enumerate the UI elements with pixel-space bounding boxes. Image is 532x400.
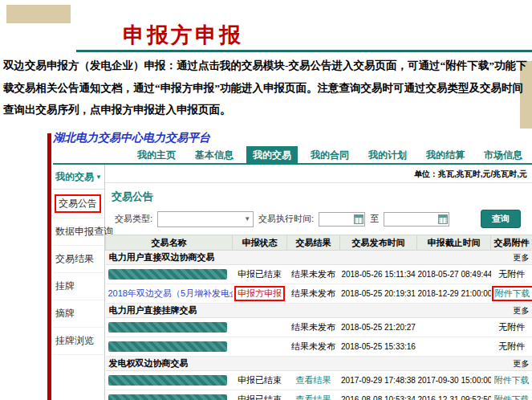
- table-row: 结果未发布 2018-05-25 15:33:16 无附件: [106, 337, 532, 357]
- training-slide: 申报方申报 双边交易申报方（发电企业）申报：通过点击我的交易模块-交易公告进入交…: [0, 0, 532, 400]
- more-link[interactable]: 更多: [491, 357, 532, 371]
- redacted-trade-name: [108, 269, 227, 280]
- declare-link-annotated[interactable]: 申报方申报: [234, 286, 285, 301]
- redacted-trade-name: [108, 341, 227, 352]
- table-row-highlighted: 2018年双边交易（5月增补发电企业） 申报方申报 结果未发布 2018-05-…: [106, 284, 532, 304]
- attachment-cell: 附件下载: [491, 390, 532, 400]
- nav-item-settlement[interactable]: 我的结算: [420, 146, 471, 163]
- group-title: 电力用户直接双边协商交易: [106, 251, 491, 265]
- sidebar-header-my-trades[interactable]: 我的交易 ▼: [53, 165, 104, 190]
- sidebar-item-listing[interactable]: 挂牌: [53, 273, 104, 300]
- red-left-bar: [47, 133, 51, 400]
- more-link[interactable]: 更多: [491, 304, 532, 318]
- trade-type-select[interactable]: ▼: [157, 211, 254, 227]
- platform-screenshot: 湖北电力交易中心电力交易平台 我的主页 基本信息 我的交易 我的合同 我的计划 …: [53, 129, 532, 400]
- publish-time-cell: 2018-05-25 21:20:27: [340, 318, 417, 337]
- publish-time-cell: 2017-09-29 17:48:38: [340, 371, 417, 390]
- result-cell: 查看结果: [287, 390, 340, 400]
- deadline-cell: 2017-09-30 15:00:00: [417, 371, 491, 390]
- unit-label: 单位：兆瓦,兆瓦时,元/兆瓦时,元: [105, 165, 532, 183]
- page-title: 申报方申报: [123, 21, 243, 50]
- result-cell: 查看结果: [287, 371, 340, 390]
- result-cell: 结果未发布: [287, 337, 340, 357]
- result-cell: 结果未发布: [287, 284, 340, 304]
- nav-item-plans[interactable]: 我的计划: [362, 146, 413, 163]
- chevron-down-icon: ▼: [244, 215, 250, 222]
- status-cell: 申报已结束: [233, 265, 287, 284]
- publish-time-cell: 2018-05-25 20:19:31: [340, 284, 417, 304]
- sidebar: 我的交易 ▼ 交易公告 数据申报查询 交易结果 挂牌 摘牌 挂牌浏览: [53, 165, 105, 400]
- col-header-trade-name: 交易名称: [106, 235, 233, 251]
- decorative-block-top-left: [6, 5, 71, 23]
- deadline-cell: [417, 337, 491, 357]
- platform-brand: 湖北电力交易中心电力交易平台: [53, 129, 532, 146]
- exec-time-label: 交易执行时间:: [258, 213, 314, 225]
- trade-name-link[interactable]: 2018年双边交易（5月增补发电企业）: [108, 288, 233, 298]
- filter-bar: 交易类型: ▼ 交易执行时间: 至 查询: [105, 210, 532, 235]
- sidebar-item-data-report-query[interactable]: 数据申报查询: [53, 218, 104, 246]
- calendar-icon[interactable]: [438, 214, 448, 224]
- nav-item-market-info[interactable]: 市场信息: [477, 146, 529, 163]
- group-row-listing: 电力用户直接挂牌交易 更多: [106, 304, 532, 318]
- group-title: 发电权双边协商交易: [106, 357, 491, 371]
- sidebar-item-trade-results[interactable]: 交易结果: [53, 246, 104, 273]
- main-panel: 单位：兆瓦,兆瓦时,元/兆瓦时,元 交易公告 交易类型: ▼ 交易执行时间: 至: [105, 165, 532, 400]
- attachment-download-link[interactable]: 附件下载: [494, 375, 530, 385]
- more-link[interactable]: 更多: [491, 251, 532, 265]
- exec-time-start-input[interactable]: [319, 212, 365, 227]
- attachment-download-link-annotated[interactable]: 附件下载: [492, 286, 532, 301]
- deadline-cell: 2018-12-29 21:00:00: [417, 284, 491, 304]
- annotation-box-announcements: 交易公告: [55, 194, 101, 213]
- to-label: 至: [370, 213, 379, 225]
- attachment-cell: 附件下载: [491, 371, 532, 390]
- section-title: 交易公告: [105, 183, 532, 210]
- search-button[interactable]: 查询: [481, 210, 521, 228]
- sidebar-item-delisting[interactable]: 摘牌: [53, 300, 104, 328]
- deadline-cell: 2018-05-27 08:49:44: [417, 265, 491, 284]
- nav-item-my-trades[interactable]: 我的交易: [246, 146, 298, 163]
- view-result-link[interactable]: 查看结果: [296, 394, 331, 400]
- chevron-down-icon: ▼: [95, 173, 102, 181]
- nav-item-basic-info[interactable]: 基本信息: [189, 146, 240, 163]
- group-row-generation-rights: 发电权双边协商交易 更多: [106, 357, 532, 371]
- nav-item-contracts[interactable]: 我的合同: [304, 146, 355, 163]
- status-cell: 申报已结束: [233, 390, 287, 400]
- publish-time-cell: 2018-05-25 15:33:16: [340, 337, 417, 357]
- group-row-bilateral: 电力用户直接双边协商交易 更多: [106, 251, 532, 265]
- result-cell: 结果未发布: [287, 265, 340, 284]
- status-cell: [233, 337, 287, 357]
- table-row: 申报已结束 结果未发布 2018-05-26 15:11:34 2018-05-…: [106, 265, 532, 284]
- top-nav: 我的主页 基本信息 我的交易 我的合同 我的计划 我的结算 市场信息: [53, 146, 532, 165]
- nav-item-home[interactable]: 我的主页: [131, 146, 182, 163]
- status-cell: 申报方申报: [233, 284, 287, 304]
- col-header-attachment: 交易附件: [491, 235, 532, 251]
- deadline-cell: [417, 318, 491, 337]
- view-result-link[interactable]: 查看结果: [296, 375, 331, 385]
- publish-time-cell: 2018-05-26 15:11:34: [340, 265, 417, 284]
- deadline-cell: 2016-12-31 09:52:50: [417, 390, 491, 400]
- sidebar-item-trade-announcements[interactable]: 交易公告: [53, 190, 104, 218]
- col-header-trade-result: 交易结果: [287, 235, 340, 251]
- table-header-row: 交易名称 申报状态 交易结果 交易发布时间 申报截止时间 交易附件: [106, 235, 532, 251]
- redacted-trade-name: [108, 322, 227, 333]
- attachment-cell: 无附件: [491, 265, 532, 284]
- redacted-trade-name: [108, 375, 227, 386]
- sidebar-header-label: 我的交易: [55, 170, 94, 184]
- col-header-publish-time: 交易发布时间: [340, 235, 417, 251]
- table-row: 申报已结束 查看结果 2017-09-29 17:48:38 2017-09-3…: [106, 371, 532, 390]
- col-header-deadline: 申报截止时间: [417, 235, 491, 251]
- result-cell: 结果未发布: [287, 318, 340, 337]
- sidebar-item-listing-browse[interactable]: 挂牌浏览: [53, 328, 104, 355]
- announcement-table: 交易名称 申报状态 交易结果 交易发布时间 申报截止时间 交易附件 电力用户直接…: [105, 235, 532, 400]
- attachment-cell: 附件下载: [491, 284, 532, 304]
- group-title: 电力用户直接挂牌交易: [106, 304, 491, 318]
- col-header-declare-status: 申报状态: [233, 235, 287, 251]
- table-row: 结果未发布 2018-05-25 21:20:27 无附件: [106, 318, 532, 337]
- attachment-download-link[interactable]: 附件下载: [494, 394, 530, 400]
- exec-time-end-input[interactable]: [384, 212, 449, 227]
- calendar-icon[interactable]: [354, 214, 363, 224]
- attachment-cell: 无附件: [491, 337, 532, 357]
- trade-type-label: 交易类型:: [115, 213, 152, 225]
- status-cell: 申报已结束: [233, 371, 287, 390]
- redacted-trade-name: [108, 394, 227, 400]
